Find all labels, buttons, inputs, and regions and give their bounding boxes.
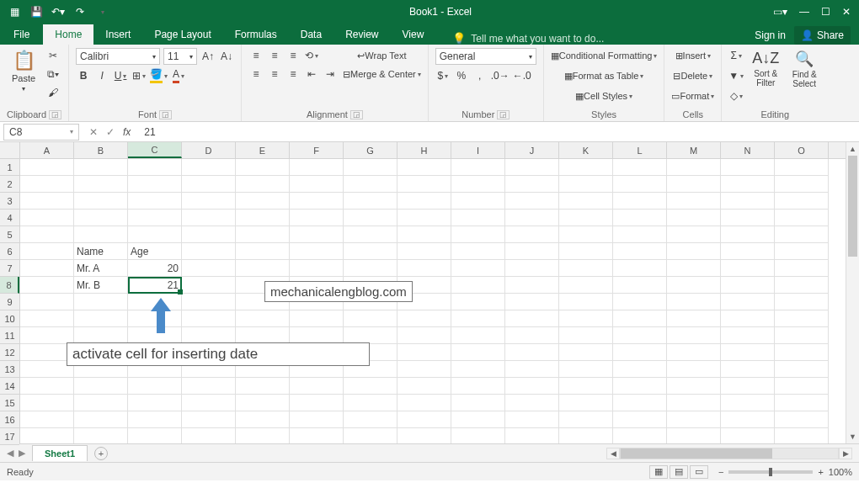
cell-A10[interactable] [20, 310, 74, 327]
align-center-icon[interactable]: ≡ [267, 66, 282, 82]
cell-B2[interactable] [74, 176, 128, 193]
cell-E5[interactable] [236, 226, 290, 243]
cell-A14[interactable] [20, 378, 74, 395]
cell-H15[interactable] [397, 395, 451, 411]
sheet-tab-active[interactable]: Sheet1 [32, 445, 88, 461]
cell-A7[interactable] [20, 260, 74, 277]
cell-I10[interactable] [451, 310, 505, 327]
cell-F16[interactable] [290, 411, 344, 428]
cell-L3[interactable] [613, 193, 667, 210]
cell-O6[interactable] [775, 243, 829, 260]
cell-D6[interactable] [182, 243, 236, 260]
row-header-15[interactable]: 15 [0, 395, 19, 411]
cell-M4[interactable] [667, 210, 721, 226]
scroll-right-icon[interactable]: ▶ [839, 448, 852, 459]
enter-formula-icon[interactable]: ✓ [106, 126, 115, 138]
cell-N12[interactable] [721, 344, 775, 361]
save-icon[interactable]: 💾 [30, 6, 42, 18]
cell-M16[interactable] [667, 411, 721, 428]
select-all-corner[interactable] [0, 142, 19, 159]
cut-icon[interactable]: ✂ [45, 48, 61, 63]
cell-K10[interactable] [559, 310, 613, 327]
cell-D4[interactable] [182, 210, 236, 226]
maximize-icon[interactable]: ☐ [821, 6, 830, 18]
cell-N10[interactable] [721, 310, 775, 327]
delete-cells-button[interactable]: ⊟ Delete [671, 68, 714, 83]
cell-I3[interactable] [451, 193, 505, 210]
tab-formulas[interactable]: Formulas [223, 24, 289, 45]
cell-N11[interactable] [721, 327, 775, 344]
cell-J7[interactable] [505, 260, 559, 277]
cell-G6[interactable] [344, 243, 397, 260]
cell-H10[interactable] [397, 310, 451, 327]
row-header-2[interactable]: 2 [0, 176, 19, 193]
merge-center-button[interactable]: ⊟ Merge & Center [343, 66, 421, 82]
cell-O14[interactable] [775, 378, 829, 395]
column-header-I[interactable]: I [451, 142, 505, 158]
name-box[interactable]: C8▾ [3, 124, 79, 141]
cancel-formula-icon[interactable]: ✕ [89, 126, 98, 138]
conditional-formatting-button[interactable]: ▦ Conditional Formatting [551, 48, 658, 63]
cell-E14[interactable] [236, 378, 290, 395]
cell-H3[interactable] [397, 193, 451, 210]
cell-N7[interactable] [721, 260, 775, 277]
cell-J3[interactable] [505, 193, 559, 210]
cell-J6[interactable] [505, 243, 559, 260]
cell-K8[interactable] [559, 277, 613, 294]
cell-D17[interactable] [182, 428, 236, 443]
increase-indent-icon[interactable]: ⇥ [323, 66, 338, 82]
cell-E1[interactable] [236, 159, 290, 176]
cell-F1[interactable] [290, 159, 344, 176]
cell-M15[interactable] [667, 395, 721, 411]
cell-M1[interactable] [667, 159, 721, 176]
cell-N15[interactable] [721, 395, 775, 411]
bold-button[interactable]: B [76, 68, 91, 83]
cell-J14[interactable] [505, 378, 559, 395]
cell-G17[interactable] [344, 428, 397, 443]
cell-G4[interactable] [344, 210, 397, 226]
tab-home[interactable]: Home [43, 24, 93, 45]
cell-K14[interactable] [559, 378, 613, 395]
dialog-launcher-icon[interactable]: ◲ [497, 110, 510, 119]
cell-L5[interactable] [613, 226, 667, 243]
cell-F5[interactable] [290, 226, 344, 243]
cell-H2[interactable] [397, 176, 451, 193]
cell-O8[interactable] [775, 277, 829, 294]
cell-E11[interactable] [236, 327, 290, 344]
cell-A17[interactable] [20, 428, 74, 443]
tab-data[interactable]: Data [289, 24, 333, 45]
sheet-nav-next-icon[interactable]: ▶ [19, 448, 25, 459]
cell-M8[interactable] [667, 277, 721, 294]
cell-O9[interactable] [775, 294, 829, 310]
row-header-12[interactable]: 12 [0, 344, 19, 361]
cell-L2[interactable] [613, 176, 667, 193]
row-header-17[interactable]: 17 [0, 428, 19, 445]
cell-F10[interactable] [290, 310, 344, 327]
cell-N14[interactable] [721, 378, 775, 395]
sign-in-link[interactable]: Sign in [755, 29, 786, 41]
cell-F6[interactable] [290, 243, 344, 260]
cell-M14[interactable] [667, 378, 721, 395]
column-header-L[interactable]: L [613, 142, 667, 158]
cell-O13[interactable] [775, 361, 829, 378]
cell-G10[interactable] [344, 310, 397, 327]
column-header-F[interactable]: F [290, 142, 344, 158]
cell-F14[interactable] [290, 378, 344, 395]
dialog-launcher-icon[interactable]: ◲ [159, 110, 172, 119]
horizontal-scrollbar[interactable]: ◀ ▶ [606, 448, 859, 459]
cell-F4[interactable] [290, 210, 344, 226]
insert-cells-button[interactable]: ⊞ Insert [671, 48, 714, 63]
cell-K11[interactable] [559, 327, 613, 344]
cell-L6[interactable] [613, 243, 667, 260]
cell-E4[interactable] [236, 210, 290, 226]
row-header-11[interactable]: 11 [0, 327, 19, 344]
cell-N13[interactable] [721, 361, 775, 378]
paste-button[interactable]: 📋 Paste ▾ [7, 48, 40, 100]
cell-D2[interactable] [182, 176, 236, 193]
redo-icon[interactable]: ↷ [74, 6, 86, 18]
cell-O3[interactable] [775, 193, 829, 210]
cell-M12[interactable] [667, 344, 721, 361]
tab-insert[interactable]: Insert [93, 24, 142, 45]
cell-K5[interactable] [559, 226, 613, 243]
row-header-8[interactable]: 8 [0, 277, 19, 294]
